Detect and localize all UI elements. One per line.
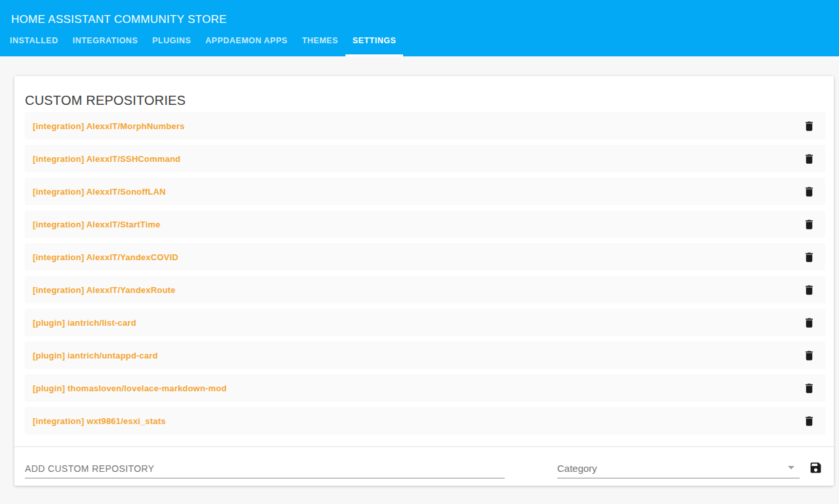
repository-link[interactable]: [integration] AlexxIT/StartTime (33, 220, 161, 229)
repository-row: [integration] AlexxIT/StartTime (25, 210, 825, 238)
app-title: HOME ASSISTANT COMMUNITY STORE (11, 14, 227, 25)
delete-repository-button[interactable] (801, 118, 817, 134)
caret-down-icon (788, 466, 794, 469)
tab-bar: INSTALLEDINTEGRATIONSPLUGINSAPPDAEMON AP… (0, 25, 839, 56)
tab-themes[interactable]: THEMES (295, 25, 345, 56)
content: CUSTOM REPOSITORIES [integration] AlexxI… (0, 76, 839, 486)
delete-repository-button[interactable] (801, 315, 817, 330)
repository-row: [integration] AlexxIT/MorphNumbers (25, 112, 825, 140)
delete-repository-button[interactable] (801, 249, 817, 265)
repository-link[interactable]: [integration] AlexxIT/SSHCommand (33, 154, 181, 164)
delete-repository-button[interactable] (801, 413, 817, 429)
add-repository-input[interactable] (25, 459, 505, 478)
delete-repository-button[interactable] (801, 380, 817, 396)
save-button[interactable] (808, 459, 823, 475)
tab-settings[interactable]: SETTINGS (345, 25, 404, 56)
repository-row: [integration] AlexxIT/YandexRoute (25, 276, 825, 303)
trash-icon (803, 251, 815, 263)
delete-repository-button[interactable] (801, 347, 817, 363)
repository-list: [integration] AlexxIT/MorphNumbers [inte… (14, 112, 834, 435)
repository-link[interactable]: [integration] AlexxIT/YandexRoute (33, 285, 176, 295)
tab-appdaemon-apps[interactable]: APPDAEMON APPS (198, 25, 294, 56)
tab-plugins[interactable]: PLUGINS (145, 25, 198, 56)
repository-row: [plugin] iantrich/untappd-card (25, 341, 825, 369)
delete-repository-button[interactable] (801, 282, 817, 298)
custom-repositories-card: CUSTOM REPOSITORIES [integration] AlexxI… (14, 76, 834, 486)
trash-icon (803, 120, 815, 132)
repository-link[interactable]: [plugin] thomasloven/lovelace-markdown-m… (33, 383, 227, 393)
section-title: CUSTOM REPOSITORIES (14, 76, 834, 112)
repository-row: [integration] AlexxIT/SSHCommand (25, 145, 825, 172)
floppy-disk-icon (809, 461, 823, 475)
title-row: HOME ASSISTANT COMMUNITY STORE (0, 0, 839, 25)
delete-repository-button[interactable] (801, 184, 817, 199)
repository-row: [plugin] iantrich/list-card (25, 309, 825, 336)
delete-repository-button[interactable] (801, 216, 817, 232)
category-select-label: Category (557, 463, 597, 474)
repository-row: [integration] AlexxIT/SonoffLAN (25, 178, 825, 205)
repository-row: [integration] wxt9861/esxi_stats (25, 407, 825, 435)
tab-integrations[interactable]: INTEGRATIONS (66, 25, 146, 56)
repository-row: [plugin] thomasloven/lovelace-markdown-m… (25, 374, 825, 402)
trash-icon (803, 153, 815, 165)
repository-row: [integration] AlexxIT/YandexCOVID (25, 243, 825, 271)
repository-link[interactable]: [plugin] iantrich/list-card (33, 318, 136, 328)
trash-icon (803, 317, 815, 329)
repository-link[interactable]: [integration] AlexxIT/MorphNumbers (33, 121, 185, 131)
tab-installed[interactable]: INSTALLED (3, 25, 66, 56)
app-header: HOME ASSISTANT COMMUNITY STORE INSTALLED… (0, 0, 839, 56)
repository-link[interactable]: [integration] wxt9861/esxi_stats (33, 416, 166, 426)
trash-icon (803, 415, 815, 427)
trash-icon (803, 185, 815, 198)
add-repository-form: Category (14, 447, 834, 486)
trash-icon (803, 382, 815, 395)
trash-icon (803, 349, 815, 362)
category-select[interactable]: Category (557, 459, 800, 478)
trash-icon (803, 218, 815, 231)
trash-icon (803, 284, 815, 296)
repository-link[interactable]: [integration] AlexxIT/SonoffLAN (33, 187, 166, 197)
delete-repository-button[interactable] (801, 151, 817, 166)
repository-link[interactable]: [integration] AlexxIT/YandexCOVID (33, 252, 178, 262)
repository-link[interactable]: [plugin] iantrich/untappd-card (33, 351, 158, 360)
